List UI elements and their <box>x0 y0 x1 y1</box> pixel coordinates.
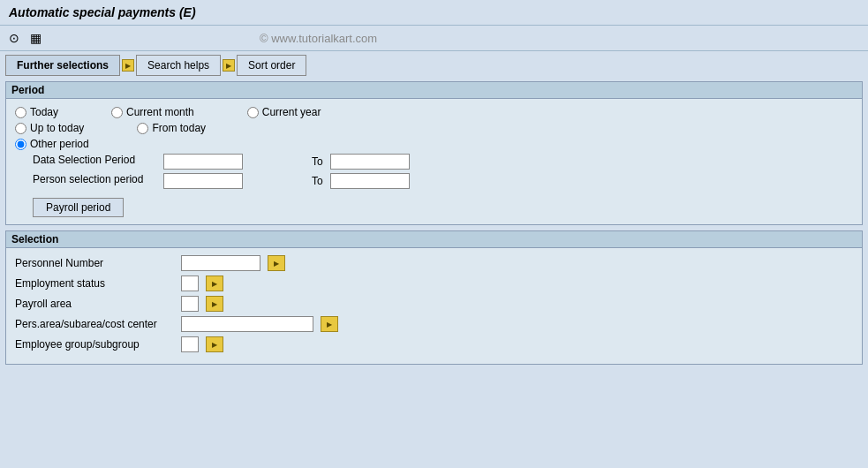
sel-input-pers-area[interactable] <box>181 316 313 332</box>
search-helps-label: Search helps <box>147 59 209 72</box>
sel-row-personnel-number: Personnel Number <box>15 255 853 271</box>
radio-today[interactable]: Today <box>15 106 58 118</box>
data-selection-to-label: To <box>312 155 323 168</box>
selection-section: Selection Personnel Number Employment st… <box>5 230 863 365</box>
sel-input-personnel-number[interactable] <box>181 255 260 271</box>
sel-input-employee-group[interactable] <box>181 336 199 352</box>
tab-search-helps[interactable]: Search helps <box>136 55 221 76</box>
selection-body: Personnel Number Employment status Payro… <box>6 248 862 364</box>
period-row-2: Up to today From today <box>15 122 853 134</box>
sel-row-payroll-area: Payroll area <box>15 296 853 312</box>
person-selection-row: Person selection period To <box>15 173 853 189</box>
period-row-3: Other period <box>15 138 853 150</box>
sel-row-employment-status: Employment status <box>15 276 853 291</box>
sel-arrow-pers-area[interactable] <box>321 316 338 332</box>
data-selection-row: Data Selection Period To <box>15 154 853 170</box>
sel-input-payroll-area[interactable] <box>181 296 199 312</box>
sel-label-personnel-number: Personnel Number <box>15 257 174 269</box>
radio-current-year-label: Current year <box>262 106 321 118</box>
radio-current-month-label: Current month <box>126 106 194 118</box>
period-section: Period Today Current month Current year <box>5 81 863 225</box>
radio-today-input[interactable] <box>15 107 26 118</box>
sel-label-payroll-area: Payroll area <box>15 298 174 310</box>
sel-arrow-personnel-number[interactable] <box>268 255 285 271</box>
sel-label-employee-group: Employee group/subgroup <box>15 338 174 351</box>
title-bar: Automatic special payments (E) <box>0 0 868 26</box>
radio-current-month-input[interactable] <box>111 107 123 118</box>
sel-row-employee-group: Employee group/subgroup <box>15 336 853 352</box>
sel-arrow-payroll-area[interactable] <box>206 296 223 312</box>
tab-sort-order[interactable]: Sort order <box>237 55 306 76</box>
person-selection-to[interactable] <box>330 173 410 189</box>
back-icon[interactable]: ⊙ <box>5 29 23 47</box>
data-selection-to[interactable] <box>330 154 410 170</box>
radio-other-period[interactable]: Other period <box>15 138 89 150</box>
data-selection-from[interactable] <box>163 154 243 170</box>
tab-arrow-1 <box>122 59 134 72</box>
period-row-1: Today Current month Current year <box>15 106 853 118</box>
radio-current-year-input[interactable] <box>247 107 259 118</box>
radio-other-period-input[interactable] <box>15 139 26 150</box>
person-selection-to-label: To <box>312 175 323 187</box>
sel-arrow-employee-group[interactable] <box>206 336 223 352</box>
payroll-period-button[interactable]: Payroll period <box>33 198 124 217</box>
person-selection-label: Person selection period <box>33 173 156 185</box>
radio-up-to-today[interactable]: Up to today <box>15 122 84 134</box>
radio-from-today-label: From today <box>152 122 206 134</box>
sel-input-employment-status[interactable] <box>181 276 199 291</box>
sel-arrow-employment-status[interactable] <box>206 276 223 291</box>
sel-label-pers-area: Pers.area/subarea/cost center <box>15 318 174 330</box>
radio-other-period-label: Other period <box>30 138 89 150</box>
radio-today-label: Today <box>30 106 58 118</box>
menu-icon[interactable]: ▦ <box>26 29 44 47</box>
tab-arrow-2 <box>223 59 235 72</box>
sel-row-pers-area: Pers.area/subarea/cost center <box>15 316 853 332</box>
sel-label-employment-status: Employment status <box>15 277 174 290</box>
sort-order-label: Sort order <box>248 59 295 72</box>
radio-current-month[interactable]: Current month <box>111 106 194 118</box>
further-selections-label: Further selections <box>17 59 109 72</box>
tab-further-selections[interactable]: Further selections <box>5 55 120 76</box>
person-selection-from[interactable] <box>163 173 243 189</box>
period-header: Period <box>6 82 862 99</box>
radio-up-to-today-input[interactable] <box>15 123 26 134</box>
selection-header: Selection <box>6 231 862 248</box>
app-title: Automatic special payments (E) <box>9 5 196 19</box>
tab-bar: Further selections Search helps Sort ord… <box>0 51 868 76</box>
toolbar: ⊙ ▦ © www.tutorialkart.com <box>0 26 868 51</box>
radio-from-today-input[interactable] <box>137 123 148 134</box>
radio-up-to-today-label: Up to today <box>30 122 84 134</box>
radio-current-year[interactable]: Current year <box>247 106 321 118</box>
main-content: Period Today Current month Current year <box>0 76 868 370</box>
period-body: Today Current month Current year Up to t… <box>6 99 862 224</box>
data-selection-label: Data Selection Period <box>33 154 156 166</box>
radio-from-today[interactable]: From today <box>137 122 206 134</box>
watermark: © www.tutorialkart.com <box>260 32 377 45</box>
